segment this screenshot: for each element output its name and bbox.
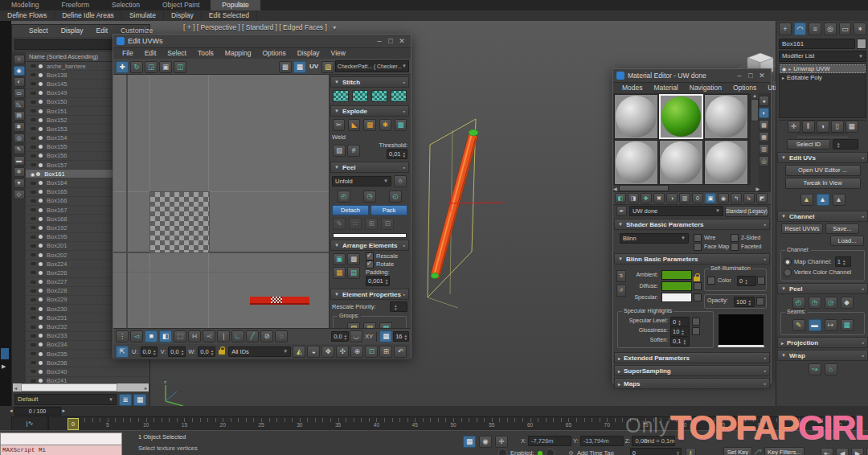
straighten-icon[interactable]: ╱ — [246, 330, 259, 342]
diffuse-specular-lock-icon[interactable]: ↺ — [616, 285, 626, 297]
key-mode-icon[interactable]: ⚷ — [686, 448, 696, 455]
pelt-map-icon[interactable]: ◶ — [825, 297, 837, 309]
expand-to-seam-icon[interactable]: ⊞ — [365, 218, 378, 230]
video-color-check-icon[interactable]: ▥ — [759, 144, 769, 154]
explode-smoothing-icon[interactable]: ✱ — [379, 119, 391, 131]
ribbon-tool-simulate[interactable]: Simulate — [122, 10, 164, 21]
welcome-toggle-icon[interactable] — [498, 449, 507, 455]
reset-peel-icon[interactable]: ◆ — [841, 297, 854, 309]
rollout-edit-uvs[interactable]: ▼Edit UVs▪ — [777, 152, 868, 163]
layer-selector[interactable]: Default▼ — [14, 394, 117, 405]
ribbon-tool-display[interactable]: Display — [164, 10, 202, 21]
pack-together-icon[interactable]: ▩ — [347, 253, 360, 265]
filter-visible-icon[interactable]: ◉ — [14, 66, 25, 76]
grid-size-spinner[interactable]: 16▴▾ — [393, 331, 409, 342]
menu-display[interactable]: Display — [292, 48, 326, 59]
background-icon[interactable]: ▩ — [759, 120, 769, 130]
peel-reset-icon[interactable]: ○ — [394, 175, 407, 187]
show-map-icon[interactable]: ▦ — [293, 61, 306, 73]
minimize-icon[interactable]: – — [734, 70, 745, 81]
material-editor-titlebar[interactable]: Material Editor - UW done – □ ✕ — [613, 69, 771, 83]
loop-selection-icon[interactable]: ∹ — [203, 330, 215, 342]
hierarchy-tab-icon[interactable]: ≡ — [809, 23, 821, 35]
ribbon-tool-edit-selected[interactable]: Edit Selected — [202, 10, 257, 21]
rescale-priority-spinner[interactable]: ▴▾ — [390, 301, 407, 312]
opacity-spinner[interactable]: 100▴▾ — [734, 297, 755, 307]
rollout-arrange-elements[interactable]: ▼Arrange Elements▪ — [330, 240, 409, 251]
detach-button[interactable]: Detach — [332, 205, 369, 215]
display-tab-icon[interactable]: ▭ — [839, 23, 852, 35]
lock-selection-icon[interactable] — [219, 350, 225, 355]
map-channel-spinner[interactable]: 1▴▾ — [835, 256, 851, 267]
stitch-to-source-icon[interactable] — [391, 90, 407, 102]
falloff-curve-icon[interactable]: ◡ — [350, 330, 362, 342]
grow-selection-icon[interactable]: ∺ — [188, 330, 201, 342]
specular-map-button[interactable] — [694, 293, 702, 301]
flatten-mapping-icon[interactable]: ✂ — [333, 119, 345, 131]
tiling-icon[interactable]: ▦ — [759, 132, 769, 142]
close-icon[interactable]: ✕ — [396, 35, 407, 47]
remove-modifier-icon[interactable]: ▯ — [831, 121, 844, 133]
group-select-icon[interactable]: ▦ — [379, 322, 392, 328]
vertex-mode-icon[interactable]: ⋮ — [116, 330, 129, 342]
material-slot[interactable] — [704, 140, 748, 185]
spline-map-icon[interactable]: ↝ — [809, 363, 821, 375]
rollout-supersampling[interactable]: ▸SuperSampling▪ — [614, 365, 770, 376]
move-icon[interactable]: ✚ — [116, 61, 129, 73]
frame-forward-icon[interactable]: ▸ — [63, 408, 66, 414]
slots-vertical-scrollbar[interactable]: ▲▼ — [751, 93, 759, 191]
menu-edit[interactable]: Edit — [139, 48, 162, 59]
filter-cameras-icon[interactable]: ▭ — [14, 88, 25, 98]
face-map-checkbox[interactable] — [694, 243, 702, 251]
scrollbar-handle[interactable] — [21, 383, 117, 391]
zoom-icon[interactable]: ⊕ — [350, 346, 363, 358]
frame-back-icon[interactable]: ◂ — [10, 408, 13, 414]
pan-icon[interactable]: ✣ — [336, 346, 349, 358]
backlight-icon[interactable]: ◐ — [759, 108, 769, 118]
load-uvws-button[interactable]: Load... — [830, 236, 864, 246]
list-item[interactable]: Box240 — [26, 367, 149, 376]
list-item[interactable]: Box236 — [26, 359, 149, 367]
material-slot[interactable] — [659, 140, 703, 185]
visibility-eye-icon[interactable]: ◉ — [31, 171, 35, 177]
lock-selection-icon[interactable]: ◉ — [479, 436, 492, 448]
menu-edit[interactable]: Edit — [91, 26, 114, 36]
prev-frame-icon[interactable]: ◀ — [836, 448, 849, 455]
edit-uvws-titlebar[interactable]: Edit UVWs – □ ✕ — [113, 35, 411, 48]
edit-seams-icon[interactable]: ✎ — [792, 319, 805, 331]
panel-splitter[interactable] — [797, 133, 848, 137]
menu-options[interactable]: Options — [727, 83, 762, 93]
menu-mapping[interactable]: Mapping — [219, 48, 257, 59]
play-icon[interactable]: ▶ — [851, 448, 864, 455]
put-library-icon[interactable]: ▥ — [679, 193, 690, 203]
uv-checker-cluster[interactable] — [149, 191, 210, 253]
opacity-map-button[interactable] — [756, 297, 764, 305]
rollout-shader-basic[interactable]: ▼Shader Basic Parameters▪ — [614, 219, 770, 230]
faceted-checkbox[interactable] — [731, 243, 739, 251]
ids-filter-dropdown[interactable]: All IDs▼ — [228, 346, 291, 357]
ribbon-tool-define-idle-areas[interactable]: Define Idle Areas — [55, 10, 122, 21]
diffuse-color-swatch[interactable] — [661, 281, 692, 291]
rollout-channel[interactable]: ▼Channel▪ — [777, 211, 868, 222]
go-forward-sibling-icon[interactable]: ↳ — [743, 193, 755, 203]
point-to-point-seam-icon[interactable]: ∷ — [349, 218, 362, 230]
freeform-gizmo-icon[interactable]: ▣ — [159, 61, 172, 73]
modifier-list-dropdown[interactable]: Modifier List▼ — [779, 51, 866, 62]
rollout-maps[interactable]: ▸Maps▪ — [614, 378, 770, 389]
configure-modifier-sets-icon[interactable]: ▦ — [845, 121, 858, 133]
menu-file[interactable]: File — [117, 48, 139, 59]
self-illum-spinner[interactable]: 0▴▾ — [737, 276, 756, 286]
filter-spacewarps-icon[interactable]: ▤ — [14, 111, 25, 121]
unfold-strip-icon[interactable]: ⌂ — [825, 363, 837, 375]
uv-selected-element[interactable] — [250, 297, 309, 305]
pin-stack-icon[interactable]: ✛ — [788, 121, 800, 133]
rearrange-icon[interactable]: ▤ — [347, 267, 360, 279]
keying-pose-icon[interactable]: ⟋° — [755, 449, 762, 455]
face-mode-icon[interactable]: ■ — [145, 330, 158, 342]
material-id-icon[interactable]: 0 — [692, 193, 703, 203]
utilities-tab-icon[interactable]: ✶ — [854, 23, 866, 35]
filter-pencil-icon[interactable]: ✎ — [14, 145, 25, 154]
break-by-material-icon[interactable]: ▦ — [363, 119, 375, 131]
expand-to-seams-icon[interactable]: ▦ — [841, 319, 854, 331]
v-field[interactable]: 0,0▴▾ — [168, 346, 186, 357]
